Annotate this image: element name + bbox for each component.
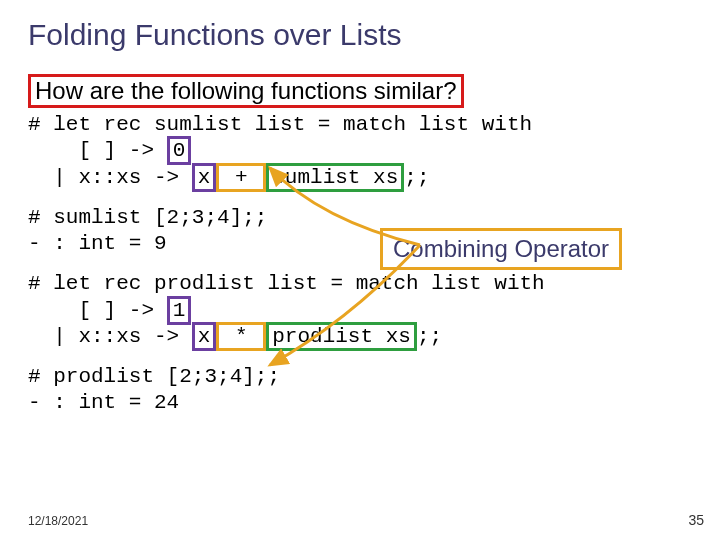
code-prodlist-result: # prodlist [2;3;4];; - : int = 24 (28, 364, 692, 417)
base-value-one: 1 (167, 296, 192, 325)
footer-date: 12/18/2021 (28, 514, 88, 528)
code-line: - : int = 9 (28, 232, 167, 255)
code-tail: ;; (417, 325, 442, 348)
code-line: [ ] -> (28, 299, 167, 322)
footer-page: 35 (688, 512, 704, 528)
x-box-prod: x (192, 322, 217, 351)
rec-call-box-prod: prodlist xs (266, 322, 417, 351)
code-line: # prodlist [2;3;4];; (28, 365, 280, 388)
code-sumlist: # let rec sumlist list = match list with… (28, 112, 692, 191)
page-title: Folding Functions over Lists (28, 18, 692, 52)
code-line: # let rec sumlist list = match list with (28, 113, 532, 136)
callout-combining-operator: Combining Operator (380, 228, 622, 270)
x-box: x (192, 163, 217, 192)
subtitle-row: How are the following functions similar? (28, 74, 692, 112)
rec-call-box: sumlist xs (266, 163, 404, 192)
code-line: [ ] -> (28, 139, 167, 162)
code-line: # sumlist [2;3;4];; (28, 206, 267, 229)
subtitle: How are the following functions similar? (28, 74, 464, 108)
code-tail: ;; (404, 166, 429, 189)
base-value-zero: 0 (167, 136, 192, 165)
times-op-box: * (216, 322, 266, 351)
slide: Folding Functions over Lists How are the… (0, 0, 720, 540)
code-line: - : int = 24 (28, 391, 179, 414)
code-line: | x::xs -> (28, 166, 192, 189)
plus-op-box: + (216, 163, 266, 192)
code-prodlist: # let rec prodlist list = match list wit… (28, 271, 692, 350)
code-line: | x::xs -> (28, 325, 192, 348)
code-line: # let rec prodlist list = match list wit… (28, 272, 545, 295)
